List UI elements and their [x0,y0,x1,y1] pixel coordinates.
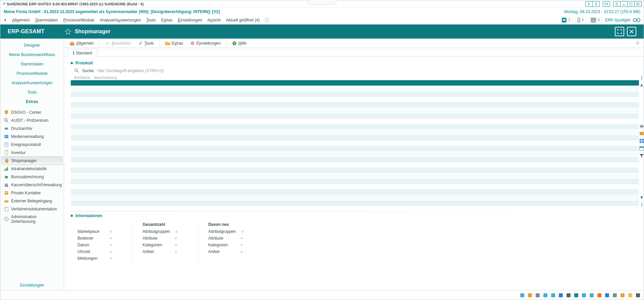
status-tool-icon-16[interactable] [635,292,641,298]
sidebar-nav-meine-businessworkflows[interactable]: Meine Businessworkflows [0,50,64,59]
grid-export-icon[interactable] [639,131,644,136]
grid-row[interactable] [71,195,639,200]
grid-row[interactable] [71,167,639,173]
toolbar-einstellungen-button[interactable]: Einstellungen [187,40,223,47]
menu-ansicht[interactable]: Ansicht [207,18,220,22]
grid-row[interactable] [71,92,639,97]
status-tool-icon-1[interactable] [519,292,525,298]
chrome-close-button[interactable] [634,1,642,7]
sidebar-nav-prozesse-module[interactable]: Prozesse/Module [0,69,64,78]
status-tool-icon-4[interactable] [542,292,548,298]
grid-print-icon[interactable] [639,123,644,129]
sidebar-item-intrahandelsstatistik[interactable]: Intrahandelsstatistik [0,165,64,173]
header-fullscreen-button[interactable] [615,27,624,36]
erp-spotlight-link[interactable]: ERP-Spotlight [605,18,630,22]
status-tool-icon-12[interactable] [604,292,610,298]
status-tool-icon-8[interactable] [573,292,579,298]
tab-standard[interactable]: 1 Standard [67,49,97,57]
grid-row[interactable] [71,124,639,129]
search-input[interactable]: Hier Suchbegriff eingeben (STRG+S) [97,68,164,73]
menu-einstellungen[interactable]: Einstellungen [178,18,202,22]
sidebar-item-bonusabrechnung[interactable]: Bonusabrechnung [0,173,64,181]
chrome-minimize-button[interactable] [620,1,628,7]
menu-tools[interactable]: Tools [146,18,156,22]
status-tool-icon-5[interactable] [550,292,556,298]
sidebar-nav-tools[interactable]: Tools [0,88,64,97]
grid-calendar-icon[interactable] [639,146,644,151]
sidebar-item-private-kontakte[interactable]: Private Kontakte [0,189,64,197]
status-pill-2[interactable]: I6 [576,17,586,23]
spotlight-goggles-icon[interactable] [633,18,640,22]
grid-row[interactable] [71,80,639,86]
grid-row[interactable] [71,113,639,119]
status-tool-icon-9[interactable] [581,292,587,298]
sidebar-nav-analyse-auswertungen[interactable]: Analyse/Auswertungen [0,78,64,88]
sidebar-footer-link[interactable]: Einstellungen [0,280,64,290]
sidebar-item-kassen-bersicht-verwaltung[interactable]: Kassenübersicht/Verwaltung [0,181,64,189]
sidebar-item-shopmanager[interactable]: Shopmanager [2,156,62,165]
status-tool-icon-15[interactable] [627,292,633,298]
status-tool-icon-6[interactable] [558,292,564,298]
sidebar-item-druckarchiv[interactable]: Druckarchiv [0,124,64,133]
chrome-restore-button[interactable] [627,1,635,7]
sidebar-nav-extras[interactable]: Extras [0,97,64,106]
toolbar-hilfe-button[interactable]: ? Hilfe [229,40,249,47]
sidebar-item-medienverwaltung[interactable]: Medienverwaltung [0,133,64,141]
chrome-lock-button[interactable] [613,1,621,7]
sidebar-item-externer-belegeingang[interactable]: Externer Belegeingang [0,197,64,205]
menu-extras[interactable]: Extras [161,18,172,22]
menu-dropdown-icon[interactable]: ▼ [4,18,7,22]
status-tool-icon-11[interactable] [596,292,602,298]
sidebar-nav-stammdaten[interactable]: Stammdaten [0,59,64,69]
grid-row[interactable] [71,151,639,157]
sidebar-item-ereignisprotokoll[interactable]: Ereignisprotokoll [0,141,64,149]
toolbar-extras-button[interactable]: Extras [162,40,186,47]
chrome-nav-back-button[interactable] [585,1,593,7]
status-pill-1[interactable]: ⇄2 [560,17,573,23]
grid-filter-icon[interactable] [639,153,644,158]
sidebar-item-administration-zeiterfassung[interactable]: Administration Zeiterfassung [0,213,64,225]
menu-open-windows[interactable]: Aktuell geöffnet (4) [226,18,260,22]
header-close-button[interactable] [627,27,636,36]
sidebar-item-verfahrensdokumentation[interactable]: Verfahrensdokumentation [0,205,64,213]
protokoll-grid-body[interactable] [71,80,639,206]
status-tool-icon-7[interactable] [566,292,572,298]
menu-help-icon[interactable]: ? [265,18,269,22]
grid-row[interactable] [71,86,639,91]
chrome-layout-button[interactable] [603,1,610,7]
status-tool-icon-2[interactable] [527,292,533,298]
sidebar-item-inventur[interactable]: Inventur [0,149,64,157]
toolbar-tools-button[interactable]: Tools [135,40,157,47]
grid-go-top-button[interactable]: ⭱ [639,76,644,80]
grid-row[interactable] [71,130,639,135]
toolbar-settings-gear-icon[interactable] [635,40,641,46]
grid-layout-icon[interactable] [639,138,644,144]
favorite-star-icon[interactable] [65,28,71,35]
status-tool-icon-10[interactable] [589,292,595,298]
grid-row[interactable] [71,146,639,151]
toolbar-allgemein-button[interactable]: Allgemein [67,40,97,47]
sidebar-item-audit-pr-fzentrum[interactable]: AUDIT - Prüfzentrum [0,116,64,124]
grid-row[interactable] [71,108,639,113]
grid-row[interactable] [71,179,639,184]
status-pill-3[interactable]: …0 [589,17,602,23]
grid-row[interactable] [71,157,639,162]
menu-allgemein[interactable]: Allgemein [12,18,30,22]
grid-row[interactable] [71,189,639,195]
grid-row[interactable] [71,201,639,206]
menu-prozesse[interactable]: Prozesse/Module [63,18,95,22]
status-tool-icon-14[interactable] [620,292,626,298]
grid-scroll-up-button[interactable]: ▲ [639,82,644,87]
sidebar-nav-designer[interactable]: Designer [0,41,64,50]
menu-analyse[interactable]: Analyse/Auswertungen [100,18,141,22]
sidebar-item-dsgvo-center[interactable]: DSGVO - Center [0,108,64,116]
status-tool-icon-13[interactable] [612,292,618,298]
chrome-nav-fwd-button[interactable] [592,1,600,7]
grid-scroll-down-button[interactable]: ▼ [639,195,644,200]
grid-go-bottom-button[interactable]: ⭳ [639,202,644,206]
status-tool-icon-3[interactable] [535,292,541,298]
menu-stammdaten[interactable]: Stammdaten [35,18,58,22]
grid-row[interactable] [71,102,639,107]
grid-row[interactable] [71,135,639,141]
grid-row[interactable] [71,173,639,179]
